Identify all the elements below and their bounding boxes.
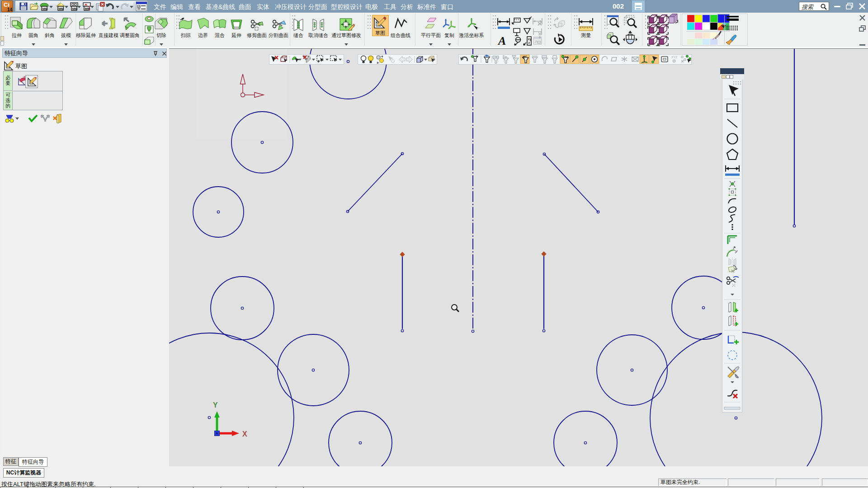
svg-text:A: A <box>535 39 538 44</box>
svg-text:MM: MM <box>72 7 78 10</box>
svg-text:MM: MM <box>42 7 48 10</box>
svg-text:MM: MM <box>85 7 90 10</box>
svg-text:xy: xy <box>528 38 532 41</box>
svg-text:A: A <box>497 34 506 47</box>
svg-text:MM: MM <box>59 7 64 10</box>
svg-text:X: X <box>242 430 247 438</box>
svg-text:z: z <box>528 41 530 44</box>
svg-text:Y: Y <box>213 401 218 409</box>
svg-text:XYZ: XYZ <box>671 56 678 59</box>
